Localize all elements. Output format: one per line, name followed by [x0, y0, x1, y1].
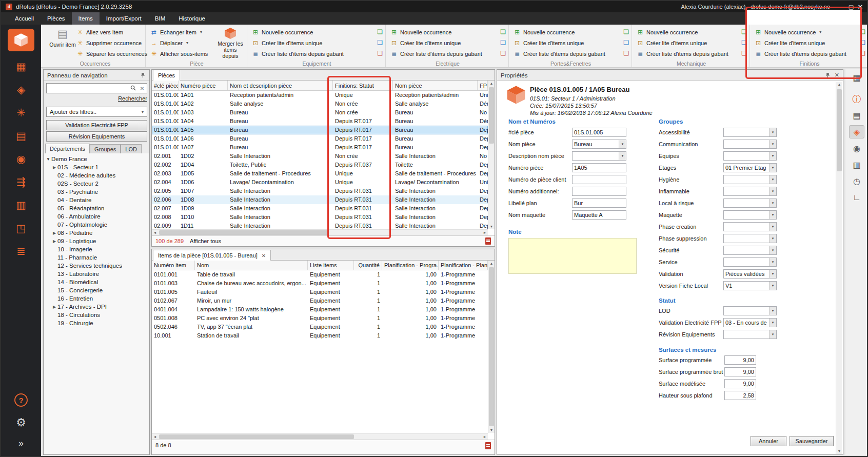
group-select[interactable]: ▾	[723, 198, 777, 208]
field-input[interactable]: 01S.01.005 ▾	[572, 128, 626, 137]
sidebar-products-icon[interactable]: ◳	[11, 221, 31, 236]
chevron-down-icon[interactable]: ▾	[769, 319, 776, 327]
ribbon-command[interactable]: ≣ Créer liste d'items depuis gabarit ▾	[755, 48, 846, 59]
table-row[interactable]: 01S.01.007 1A07 Bureau Depuis RT.017 Bur…	[152, 143, 488, 152]
mini-new-occurrence-icon[interactable]: ❏	[377, 27, 383, 37]
ribbon-command[interactable]: ✳ Afficher sous-items ▾	[150, 48, 208, 59]
ribbon-command[interactable]: ✳ Séparer les occurrences ▾	[76, 48, 147, 59]
open-item-button[interactable]: ▤ Ouvrir item	[49, 27, 76, 48]
scroll-up-icon[interactable]: ▲	[490, 261, 494, 266]
ribbon-command[interactable]: ⊡ Créer lite d'items unique ▾	[755, 37, 846, 48]
ribbon-command[interactable]: ⊡ Créer lite d'items unique ▾	[637, 37, 728, 48]
menu-tab[interactable]: BIM	[148, 12, 172, 25]
settings-gear-icon[interactable]: ⚙	[11, 415, 31, 430]
pin-icon[interactable]	[825, 72, 831, 78]
close-tab-icon[interactable]: ✕	[262, 253, 266, 259]
search-icon[interactable]	[128, 85, 137, 92]
scroll-down-icon[interactable]: ▼	[490, 224, 494, 229]
nav-tab-lod[interactable]: LOD	[121, 144, 142, 153]
scroll-left-icon[interactable]: ◄	[152, 231, 158, 234]
chevron-down-icon[interactable]: ▾	[769, 246, 776, 254]
ribbon-command[interactable]: ≣ Créer liste d'items depuis gabarit ▾	[514, 48, 605, 59]
menu-tab[interactable]: Accueil	[8, 12, 41, 25]
tree-item[interactable]: ▶ 01S - Secteur 1	[44, 163, 149, 171]
tree-item[interactable]: ▶ 10 - Imagerie	[44, 245, 149, 253]
sidebar-models-icon[interactable]: ◈	[11, 82, 31, 97]
column-header-numero-item[interactable]: Numéro item	[152, 261, 195, 270]
table-row[interactable]: 02.007 1D09 Salle Interaction Depuis RT.…	[152, 204, 488, 213]
items-horizontal-scrollbar[interactable]: ◄ ►	[152, 433, 488, 440]
table-row[interactable]: 02.002 1D04 Toilette, Public Depuis RT.0…	[152, 161, 488, 169]
chevron-down-icon[interactable]: ▾	[769, 199, 776, 207]
chevron-down-icon[interactable]: ▾	[769, 258, 776, 266]
chevron-down-icon[interactable]: ▾	[769, 152, 776, 160]
group-select[interactable]: ▾	[723, 128, 777, 137]
table-row[interactable]: 02.001 1D02 Salle Interaction Non crée S…	[152, 152, 488, 161]
chevron-down-icon[interactable]: ▾	[769, 175, 776, 184]
tree-expanded-icon[interactable]: ▼	[45, 157, 51, 162]
layout-grid-icon[interactable]: ▦	[849, 71, 864, 84]
table-row[interactable]: 0101.003 Chaise de bureau avec accoudoir…	[152, 279, 488, 288]
menu-tab[interactable]: Import/Export	[100, 12, 148, 25]
field-input[interactable]: 1A05 ▾	[572, 163, 626, 172]
mini-create-template-icon[interactable]: ❏	[377, 49, 383, 58]
mini-create-template-icon[interactable]: ❏	[500, 49, 506, 58]
measure-ruler-icon[interactable]: ∟	[849, 191, 864, 204]
table-row[interactable]: 0501.008 PC avec environ 24 "plat Equipe…	[152, 314, 488, 323]
add-filters-button[interactable]: Ajouter des filtres.. ▾	[46, 107, 147, 117]
revision-equipements-button[interactable]: Révision Equipements	[46, 131, 147, 142]
ribbon-command[interactable]: ≣ Créer liste d'items depuis gabarit ▾	[637, 48, 728, 59]
group-select[interactable]: ▾	[723, 151, 777, 161]
maximize-button[interactable]: ▢	[846, 4, 856, 10]
column-header-liste-items[interactable]: Liste items	[308, 261, 354, 270]
report-icon[interactable]	[485, 237, 491, 245]
ribbon-command[interactable]: ⊡ Créer lite d'items unique ▾	[514, 37, 605, 48]
field-input[interactable]: Maquette A ▾	[572, 210, 626, 220]
camera-icon[interactable]: ◉	[849, 142, 864, 155]
table-row[interactable]: 0401.004 Lampadaire 1: 150 watts halogèn…	[152, 305, 488, 314]
table-row[interactable]: 0102.067 Miroir, un mur Equipement 1 1,0…	[152, 296, 488, 305]
column-header-nom-piece[interactable]: Nom pièce	[393, 81, 478, 90]
tree-item[interactable]: ▶ 09 - Logistique	[44, 237, 149, 245]
mini-create-template-icon[interactable]: ❏	[623, 49, 629, 58]
surface-input[interactable]: 9,00	[724, 367, 756, 376]
ribbon-command[interactable]: ⊞ Nouvelle occurrence ▾	[390, 27, 482, 37]
table-row[interactable]: 0101.001 Table de travail Equipement 1 1…	[152, 270, 488, 279]
mini-new-occurrence-icon[interactable]: ❏	[500, 27, 506, 37]
chevron-down-icon[interactable]: ▾	[769, 282, 776, 290]
pieces-vertical-scrollbar[interactable]: ▲ ▼	[488, 81, 495, 229]
note-textarea[interactable]	[508, 238, 637, 274]
chevron-down-icon[interactable]: ▾	[769, 140, 776, 148]
chevron-down-icon[interactable]: ▾	[769, 128, 776, 136]
group-select[interactable]: ▾	[723, 257, 777, 267]
scroll-down-icon[interactable]: ▼	[490, 427, 494, 433]
column-header-fpp[interactable]: FPP	[478, 81, 488, 90]
nav-tab-groupes[interactable]: Groupes	[90, 144, 121, 153]
tree-item[interactable]: ▶ 18 - Circulations	[44, 311, 149, 319]
ribbon-command[interactable]: ⊡ Créer lite d'items unique ▾	[252, 37, 344, 48]
tree-item[interactable]: ▶ 14 - Biomédical	[44, 278, 149, 286]
column-header-nom[interactable]: Nom	[195, 261, 308, 270]
tree-item[interactable]: ▶ 08 - Pédiatrie	[44, 229, 149, 237]
scroll-up-icon[interactable]: ▲	[838, 82, 841, 87]
mini-create-template-icon[interactable]: ❏	[741, 49, 747, 58]
mini-create-unique-icon[interactable]: ❏	[500, 38, 506, 48]
tree-item[interactable]: ▶ 07 - Ophtalmologie	[44, 221, 149, 229]
table-row[interactable]: 01S.01.001 1A01 Reception patients/admin…	[152, 91, 488, 100]
search-link[interactable]: Rechercher	[46, 95, 147, 102]
scroll-left-icon[interactable]: ◄	[152, 435, 158, 439]
chevron-down-icon[interactable]: ▾	[769, 187, 776, 195]
tab-pieces[interactable]: Pièces	[153, 70, 180, 81]
mini-create-unique-icon[interactable]: ❏	[860, 38, 865, 48]
scroll-down-icon[interactable]: ▼	[838, 448, 841, 454]
model-cube-icon[interactable]: ◈	[849, 125, 864, 138]
table-row[interactable]: 02.003 1D05 Salle de traitement - Proced…	[152, 169, 488, 178]
chevron-down-icon[interactable]: ▾	[619, 152, 626, 160]
tree-root[interactable]: ▼ Demo France	[44, 155, 149, 163]
group-select[interactable]: ▾	[723, 140, 777, 149]
layers-icon[interactable]: ▤	[849, 109, 864, 122]
table-row[interactable]: 01S.01.004 1A04 Bureau Depuis RT.017 Bur…	[152, 117, 488, 126]
tree-item[interactable]: ▶ 11 - Pharmacie	[44, 253, 149, 262]
group-select[interactable]: ▾	[723, 246, 777, 255]
chevron-down-icon[interactable]: ▾	[769, 307, 776, 315]
